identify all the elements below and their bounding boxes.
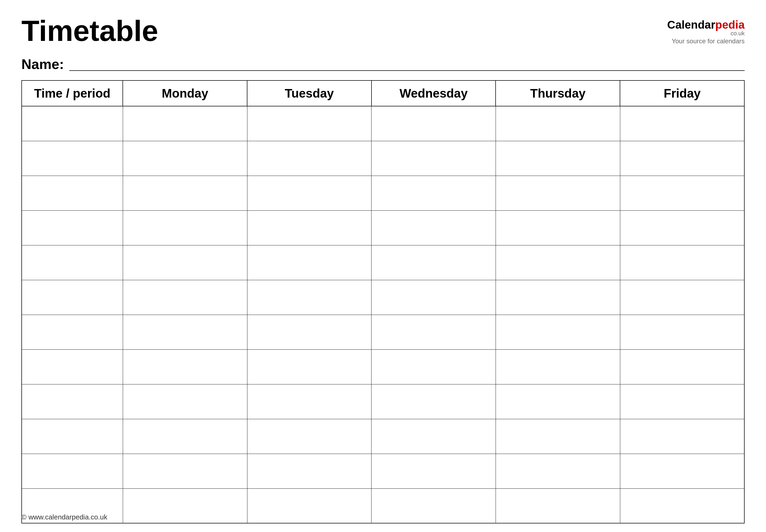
day-cell[interactable] — [123, 454, 247, 488]
day-cell[interactable] — [247, 245, 371, 280]
day-cell[interactable] — [371, 488, 496, 523]
time-cell[interactable] — [22, 210, 123, 245]
table-header-row: Time / period Monday Tuesday Wednesday T… — [22, 80, 744, 106]
day-cell[interactable] — [620, 245, 744, 280]
day-cell[interactable] — [371, 245, 496, 280]
day-cell[interactable] — [247, 315, 371, 349]
time-cell[interactable] — [22, 384, 123, 419]
table-row — [22, 210, 744, 245]
time-cell[interactable] — [22, 280, 123, 315]
time-cell[interactable] — [22, 141, 123, 176]
footer: © www.calendarpedia.co.uk — [21, 513, 107, 521]
day-cell[interactable] — [620, 176, 744, 210]
page-header: Timetable Calendarpedia co.uk Your sourc… — [21, 16, 745, 45]
time-cell[interactable] — [22, 454, 123, 488]
day-cell[interactable] — [247, 106, 371, 141]
day-cell[interactable] — [123, 488, 247, 523]
day-cell[interactable] — [496, 349, 620, 384]
time-cell[interactable] — [22, 419, 123, 454]
day-cell[interactable] — [123, 280, 247, 315]
col-header-wednesday: Wednesday — [371, 80, 496, 106]
day-cell[interactable] — [123, 349, 247, 384]
day-cell[interactable] — [496, 280, 620, 315]
day-cell[interactable] — [247, 210, 371, 245]
footer-text: © www.calendarpedia.co.uk — [21, 513, 107, 521]
day-cell[interactable] — [620, 419, 744, 454]
day-cell[interactable] — [496, 454, 620, 488]
day-cell[interactable] — [123, 210, 247, 245]
col-header-time: Time / period — [22, 80, 123, 106]
time-cell[interactable] — [22, 245, 123, 280]
day-cell[interactable] — [371, 141, 496, 176]
day-cell[interactable] — [620, 141, 744, 176]
day-cell[interactable] — [620, 210, 744, 245]
day-cell[interactable] — [247, 384, 371, 419]
day-cell[interactable] — [371, 384, 496, 419]
day-cell[interactable] — [496, 488, 620, 523]
col-header-friday: Friday — [620, 80, 744, 106]
day-cell[interactable] — [496, 210, 620, 245]
day-cell[interactable] — [247, 176, 371, 210]
table-row — [22, 245, 744, 280]
logo-couk: co.uk — [730, 30, 745, 37]
table-row — [22, 315, 744, 349]
table-row — [22, 280, 744, 315]
day-cell[interactable] — [371, 419, 496, 454]
day-cell[interactable] — [371, 349, 496, 384]
day-cell[interactable] — [371, 106, 496, 141]
day-cell[interactable] — [247, 454, 371, 488]
table-row — [22, 141, 744, 176]
day-cell[interactable] — [620, 280, 744, 315]
day-cell[interactable] — [371, 176, 496, 210]
timetable: Time / period Monday Tuesday Wednesday T… — [21, 80, 745, 523]
col-header-thursday: Thursday — [496, 80, 620, 106]
day-cell[interactable] — [620, 488, 744, 523]
timetable-body — [22, 106, 744, 523]
day-cell[interactable] — [371, 315, 496, 349]
table-row — [22, 419, 744, 454]
logo-calendar: Calendar — [667, 18, 715, 31]
time-cell[interactable] — [22, 349, 123, 384]
day-cell[interactable] — [496, 315, 620, 349]
day-cell[interactable] — [123, 315, 247, 349]
day-cell[interactable] — [371, 454, 496, 488]
day-cell[interactable] — [496, 245, 620, 280]
time-cell[interactable] — [22, 106, 123, 141]
logo-container: Calendarpedia co.uk Your source for cale… — [667, 16, 745, 45]
name-label: Name: — [21, 56, 64, 72]
col-header-tuesday: Tuesday — [247, 80, 371, 106]
table-row — [22, 176, 744, 210]
day-cell[interactable] — [123, 106, 247, 141]
day-cell[interactable] — [496, 384, 620, 419]
day-cell[interactable] — [247, 419, 371, 454]
day-cell[interactable] — [496, 176, 620, 210]
day-cell[interactable] — [247, 280, 371, 315]
col-header-monday: Monday — [123, 80, 247, 106]
day-cell[interactable] — [496, 141, 620, 176]
day-cell[interactable] — [371, 210, 496, 245]
day-cell[interactable] — [620, 315, 744, 349]
time-cell[interactable] — [22, 176, 123, 210]
day-cell[interactable] — [620, 454, 744, 488]
day-cell[interactable] — [620, 106, 744, 141]
day-cell[interactable] — [247, 488, 371, 523]
day-cell[interactable] — [496, 419, 620, 454]
day-cell[interactable] — [620, 384, 744, 419]
day-cell[interactable] — [123, 245, 247, 280]
day-cell[interactable] — [620, 349, 744, 384]
day-cell[interactable] — [496, 106, 620, 141]
table-row — [22, 106, 744, 141]
page-title: Timetable — [21, 16, 158, 45]
time-cell[interactable] — [22, 315, 123, 349]
day-cell[interactable] — [247, 349, 371, 384]
name-row: Name: — [21, 56, 745, 72]
name-underline — [69, 57, 745, 71]
table-row — [22, 454, 744, 488]
day-cell[interactable] — [247, 141, 371, 176]
day-cell[interactable] — [123, 384, 247, 419]
day-cell[interactable] — [123, 141, 247, 176]
logo-text: Calendarpedia — [667, 19, 745, 31]
day-cell[interactable] — [123, 419, 247, 454]
day-cell[interactable] — [371, 280, 496, 315]
day-cell[interactable] — [123, 176, 247, 210]
